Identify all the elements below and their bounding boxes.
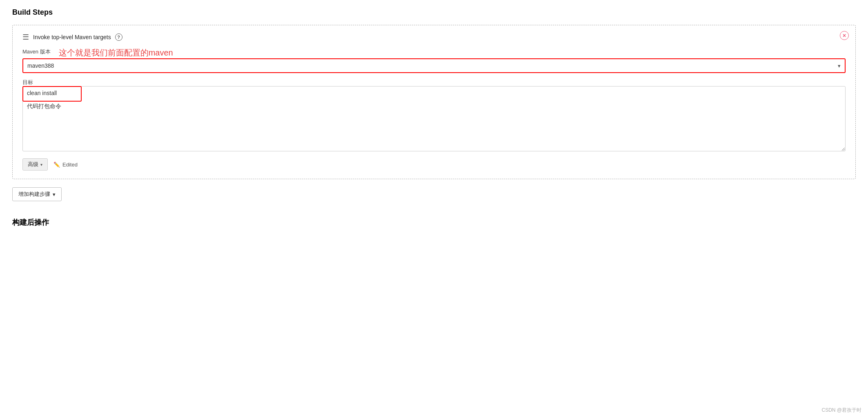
targets-field: 目标 clean install 代码打包命令 xyxy=(22,79,846,153)
edited-badge: ✏️ Edited xyxy=(53,162,78,168)
advanced-button[interactable]: 高级 ▾ xyxy=(22,158,48,171)
maven-annotation: 这个就是我们前面配置的maven xyxy=(59,47,173,58)
edited-label: Edited xyxy=(62,162,78,168)
build-step-card: ☰ Invoke top-level Maven targets ? × Mav… xyxy=(12,25,856,179)
chevron-down-icon: ▾ xyxy=(40,162,42,167)
targets-textarea-wrapper: clean install 代码打包命令 xyxy=(22,86,846,153)
targets-label: 目标 xyxy=(22,79,33,85)
add-step-arrow-icon: ▾ xyxy=(53,191,56,197)
edit-icon: ✏️ xyxy=(53,162,60,168)
add-build-step-label: 增加构建步骤 xyxy=(18,191,50,198)
card-header: ☰ Invoke top-level Maven targets ? xyxy=(22,33,846,41)
maven-version-label: Maven 版本 xyxy=(22,48,51,55)
drag-handle-icon[interactable]: ☰ xyxy=(22,33,29,41)
maven-label-row: Maven 版本 这个就是我们前面配置的maven xyxy=(22,47,846,58)
post-build-title: 构建后操作 xyxy=(12,217,856,227)
add-build-step-button[interactable]: 增加构建步骤 ▾ xyxy=(12,187,62,201)
targets-input[interactable]: clean install 代码打包命令 xyxy=(22,86,846,151)
card-footer: 高级 ▾ ✏️ Edited xyxy=(22,158,846,171)
card-title: Invoke top-level Maven targets xyxy=(33,34,111,40)
advanced-label: 高级 xyxy=(28,161,38,168)
maven-version-field: Maven 版本 这个就是我们前面配置的maven maven388 ▾ xyxy=(22,47,846,73)
page-title: Build Steps xyxy=(12,8,856,17)
close-button[interactable]: × xyxy=(840,31,849,40)
help-icon[interactable]: ? xyxy=(115,33,122,41)
maven-select-wrapper: maven388 ▾ xyxy=(22,58,846,73)
csdn-watermark: CSDN @君孜于时 xyxy=(821,407,861,414)
maven-version-select[interactable]: maven388 xyxy=(22,58,846,73)
